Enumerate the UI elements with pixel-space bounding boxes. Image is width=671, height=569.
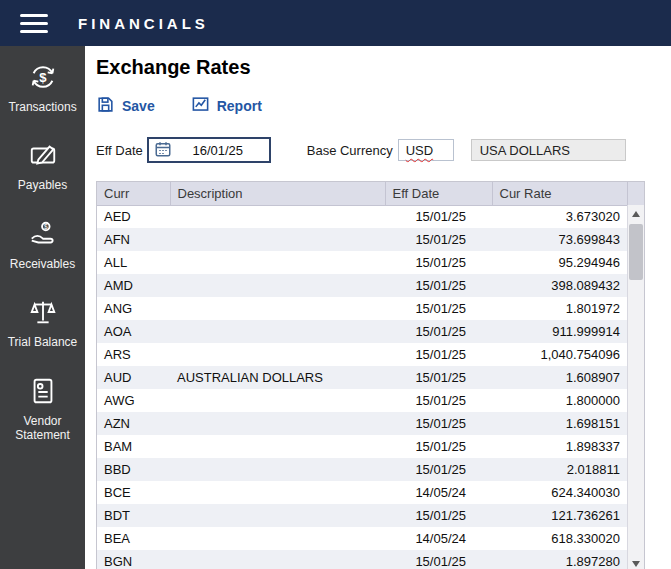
cell-cur-rate: 1.801972 [492,297,628,320]
cell-description [170,550,385,569]
table-row[interactable]: BEA 14/05/24 618.330020 [97,527,628,550]
table-row[interactable]: ALL 15/01/25 95.294946 [97,251,628,274]
table-row[interactable]: BAM 15/01/25 1.898337 [97,435,628,458]
base-currency-input[interactable]: USD [398,139,454,161]
cell-description [170,527,385,550]
top-bar: FINANCIALS [0,0,671,46]
cell-description [170,274,385,297]
cell-cur-rate: 618.330020 [492,527,628,550]
save-label: Save [122,98,155,114]
cell-description [170,481,385,504]
balance-scale-icon [28,297,58,331]
cell-curr: BEA [97,527,170,550]
cell-eff-date: 15/01/25 [385,435,492,458]
sidebar-item-receivables[interactable]: $ Receivables [0,219,85,271]
scroll-up-button[interactable] [628,205,644,222]
table-row[interactable]: BGN 15/01/25 1.897280 [97,550,628,569]
cell-description [170,389,385,412]
report-chart-icon [191,95,210,117]
hand-coin-icon: $ [28,219,58,253]
table-row[interactable]: BCE 14/05/24 624.340030 [97,481,628,504]
cell-eff-date: 15/01/25 [385,205,492,228]
sidebar-item-transactions[interactable]: $ Transactions [0,62,85,114]
sidebar-item-label: Payables [18,178,67,192]
svg-text:$: $ [39,70,47,85]
cell-curr: ARS [97,343,170,366]
scrollbar-thumb[interactable] [629,224,643,280]
sidebar-item-trial-balance[interactable]: Trial Balance [0,297,85,349]
cell-cur-rate: 3.673020 [492,205,628,228]
table-row[interactable]: AMD 15/01/25 398.089432 [97,274,628,297]
base-currency-label: Base Currency [307,143,393,158]
cell-eff-date: 15/01/25 [385,412,492,435]
table-header-row: Curr Description Eff Date Cur Rate [97,182,628,205]
table-row[interactable]: AOA 15/01/25 911.999914 [97,320,628,343]
calendar-icon[interactable] [154,140,172,161]
sidebar: $ Transactions Payables $ [0,46,85,569]
cell-curr: BGN [97,550,170,569]
table-row[interactable]: ARS 15/01/25 1,040.754096 [97,343,628,366]
cell-curr: AUD [97,366,170,389]
cell-description [170,251,385,274]
base-currency-name-field: USA DOLLARS [471,139,626,161]
toolbar: Save Report [96,95,671,117]
table-row[interactable]: AED 15/01/25 3.673020 [97,205,628,228]
table-row[interactable]: AWG 15/01/25 1.800000 [97,389,628,412]
cell-eff-date: 15/01/25 [385,550,492,569]
sidebar-item-label: Trial Balance [8,335,78,349]
report-button[interactable]: Report [191,95,262,117]
table-row[interactable]: ANG 15/01/25 1.801972 [97,297,628,320]
cell-cur-rate: 624.340030 [492,481,628,504]
table-row[interactable]: AZN 15/01/25 1.698151 [97,412,628,435]
pen-document-icon [28,140,58,174]
table-row[interactable]: BBD 15/01/25 2.018811 [97,458,628,481]
scroll-down-button[interactable] [628,555,644,569]
cell-eff-date: 15/01/25 [385,228,492,251]
cell-eff-date: 15/01/25 [385,504,492,527]
sidebar-item-vendor-statement[interactable]: Vendor Statement [0,376,85,443]
cell-curr: AOA [97,320,170,343]
arrow-down-icon [632,561,640,567]
svg-text:$: $ [43,223,47,230]
table-row[interactable]: AFN 15/01/25 73.699843 [97,228,628,251]
main-content: Exchange Rates Save [85,46,671,569]
cell-curr: AFN [97,228,170,251]
cell-curr: BBD [97,458,170,481]
cell-description: AUSTRALIAN DOLLARS [170,366,385,389]
cell-curr: AMD [97,274,170,297]
app-title: FINANCIALS [78,15,209,32]
currency-sync-icon: $ [28,62,58,96]
cell-description [170,458,385,481]
cell-curr: ANG [97,297,170,320]
sidebar-item-payables[interactable]: Payables [0,140,85,192]
save-button[interactable]: Save [96,95,155,117]
cell-eff-date: 15/01/25 [385,366,492,389]
eff-date-label: Eff Date [96,143,143,158]
cell-cur-rate: 1.800000 [492,389,628,412]
header-cur-rate: Cur Rate [492,182,628,205]
cell-cur-rate: 1.898337 [492,435,628,458]
cell-cur-rate: 95.294946 [492,251,628,274]
cell-eff-date: 15/01/25 [385,389,492,412]
cell-description [170,435,385,458]
table-row[interactable]: AUD AUSTRALIAN DOLLARS 15/01/25 1.608907 [97,366,628,389]
cell-eff-date: 14/05/24 [385,527,492,550]
table-row[interactable]: BDT 15/01/25 121.736261 [97,504,628,527]
menu-icon[interactable] [20,14,48,33]
cell-curr: BDT [97,504,170,527]
header-eff-date: Eff Date [385,182,492,205]
cell-cur-rate: 911.999914 [492,320,628,343]
filter-form: Eff Date 16/01/25 Base Currency USD USA … [96,137,671,163]
cell-curr: ALL [97,251,170,274]
arrow-up-icon [632,211,640,217]
vertical-scrollbar[interactable] [627,205,644,569]
cell-description [170,412,385,435]
cell-cur-rate: 1.608907 [492,366,628,389]
sidebar-item-label: Transactions [8,100,76,114]
cell-cur-rate: 1,040.754096 [492,343,628,366]
cell-cur-rate: 1.897280 [492,550,628,569]
cell-cur-rate: 398.089432 [492,274,628,297]
sidebar-item-label: Receivables [10,257,75,271]
eff-date-input[interactable]: 16/01/25 [147,137,271,163]
header-description: Description [170,182,385,205]
